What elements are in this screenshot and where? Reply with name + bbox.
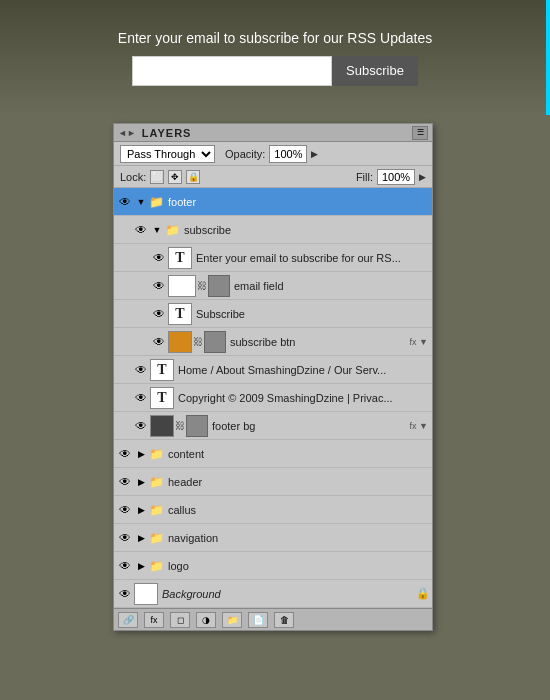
folder-icon: 📁 [148,502,164,518]
delete-layer-button[interactable]: 🗑 [274,612,294,628]
expand-button[interactable]: ▼ [134,195,148,209]
layer-thumbnail: T [150,359,174,381]
email-input[interactable] [132,56,332,86]
visibility-toggle[interactable]: 👁 [116,445,134,463]
layer-name: Subscribe [196,308,430,320]
fill-label: Fill: [356,171,373,183]
layer-name: callus [168,504,430,516]
lock-all-button[interactable]: 🔒 [186,170,200,184]
layer-name: footer bg [212,420,410,432]
layer-name: logo [168,560,430,572]
visibility-toggle[interactable]: 👁 [116,193,134,211]
folder-icon: 📁 [148,530,164,546]
layer-name: Copyright © 2009 SmashingDzine | Privac.… [178,392,430,404]
layer-item[interactable]: 👁 ▶ 📁 content [114,440,432,468]
layer-item[interactable]: 👁 ▼ 📁 footer [114,188,432,216]
layer-name: Enter your email to subscribe for our RS… [196,252,430,264]
visibility-toggle[interactable]: 👁 [116,501,134,519]
panel-title: LAYERS [142,127,192,139]
layer-thumbnail [168,275,196,297]
mask-button[interactable]: ◻ [170,612,190,628]
lock-position-button[interactable]: ✥ [168,170,182,184]
fx-badge: fx ▼ [410,421,428,431]
panel-arrows: ◄► [118,128,136,138]
layer-item[interactable]: 👁 ⛓ email field [114,272,432,300]
layer-name: Home / About SmashingDzine / Our Serv... [178,364,430,376]
folder-icon: 📁 [148,446,164,462]
visibility-toggle[interactable]: 👁 [150,249,168,267]
layer-item[interactable]: 👁 ▶ 📁 logo [114,552,432,580]
visibility-toggle[interactable]: 👁 [116,529,134,547]
layer-name: header [168,476,430,488]
adjustment-button[interactable]: ◑ [196,612,216,628]
visibility-toggle[interactable]: 👁 [150,305,168,323]
lock-icon: 🔒 [416,587,430,600]
layer-mask-thumbnail [186,415,208,437]
layer-item[interactable]: 👁 ▶ 📁 header [114,468,432,496]
fill-input[interactable] [377,169,415,185]
chain-icon: ⛓ [193,336,203,347]
layer-thumbnail: T [150,387,174,409]
visibility-toggle[interactable]: 👁 [150,333,168,351]
folder-icon: 📁 [148,474,164,490]
layers-bottom-toolbar: 🔗 fx ◻ ◑ 📁 📄 🗑 [114,608,432,630]
visibility-toggle[interactable]: 👁 [150,277,168,295]
lock-label: Lock: [120,171,146,183]
layer-list: 👁 ▼ 📁 footer 👁 ▼ 📁 subscribe 👁 T Enter y… [114,188,432,608]
layer-mask-thumbnail [208,275,230,297]
folder-icon: 📁 [164,222,180,238]
layer-item[interactable]: 👁 ⛓ footer bg fx ▼ [114,412,432,440]
layer-item[interactable]: 👁 Background 🔒 [114,580,432,608]
layer-thumbnail [168,331,192,353]
layers-title-bar: ◄► LAYERS ☰ [114,124,432,142]
blend-mode-select[interactable]: Pass Through [120,145,215,163]
fill-arrow: ▶ [419,172,426,182]
layer-item[interactable]: 👁 T Subscribe [114,300,432,328]
layer-name: Background [162,588,412,600]
layers-panel: ◄► LAYERS ☰ Pass Through Opacity: ▶ Lock… [113,123,433,631]
layer-item[interactable]: 👁 ⛓ subscribe btn fx ▼ [114,328,432,356]
expand-button[interactable]: ▶ [134,531,148,545]
banner-form: Subscribe [132,56,418,86]
visibility-toggle[interactable]: 👁 [116,585,134,603]
layer-item[interactable]: 👁 T Copyright © 2009 SmashingDzine | Pri… [114,384,432,412]
banner-title: Enter your email to subscribe for our RS… [118,30,432,46]
subscribe-button[interactable]: Subscribe [332,56,418,86]
expand-button[interactable]: ▶ [134,475,148,489]
layer-item[interactable]: 👁 T Enter your email to subscribe for ou… [114,244,432,272]
chain-icon: ⛓ [197,280,207,291]
lock-pixels-button[interactable]: ⬜ [150,170,164,184]
visibility-toggle[interactable]: 👁 [116,473,134,491]
new-layer-button[interactable]: 📄 [248,612,268,628]
fx-button[interactable]: fx [144,612,164,628]
folder-icon: 📁 [148,558,164,574]
layer-name: content [168,448,430,460]
opacity-label: Opacity: [225,148,265,160]
panel-menu-button[interactable]: ☰ [412,126,428,140]
folder-icon: 📁 [148,194,164,210]
fx-badge: fx ▼ [410,337,428,347]
visibility-toggle[interactable]: 👁 [116,557,134,575]
expand-button[interactable]: ▶ [134,503,148,517]
layer-name: footer [168,196,430,208]
opacity-input[interactable] [269,145,307,163]
layer-item[interactable]: 👁 ▼ 📁 subscribe [114,216,432,244]
visibility-toggle[interactable]: 👁 [132,361,150,379]
layer-thumbnail [150,415,174,437]
layer-item[interactable]: 👁 ▶ 📁 callus [114,496,432,524]
link-layers-button[interactable]: 🔗 [118,612,138,628]
layer-thumbnail: T [168,247,192,269]
layer-thumbnail: T [168,303,192,325]
expand-button[interactable]: ▶ [134,559,148,573]
visibility-toggle[interactable]: 👁 [132,221,150,239]
layer-item[interactable]: 👁 ▶ 📁 navigation [114,524,432,552]
expand-button[interactable]: ▼ [150,223,164,237]
new-folder-button[interactable]: 📁 [222,612,242,628]
visibility-toggle[interactable]: 👁 [132,389,150,407]
layer-name: navigation [168,532,430,544]
top-banner: Enter your email to subscribe for our RS… [0,0,550,115]
visibility-toggle[interactable]: 👁 [132,417,150,435]
expand-button[interactable]: ▶ [134,447,148,461]
layer-item[interactable]: 👁 T Home / About SmashingDzine / Our Ser… [114,356,432,384]
opacity-arrow: ▶ [311,149,318,159]
